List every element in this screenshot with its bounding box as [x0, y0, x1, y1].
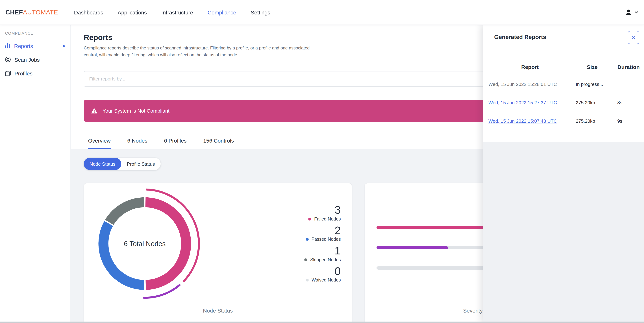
failed-dot-icon — [308, 218, 311, 220]
tab-controls[interactable]: 156 Controls — [203, 138, 234, 150]
report-date: Wed, 15 Jun 2022 15:28:01 UTC — [488, 82, 572, 87]
donut-total-label: 6 Total Nodes — [112, 240, 177, 248]
legend-waived[interactable]: 0 Waived Nodes — [286, 266, 341, 282]
tab-profiles[interactable]: 6 Profiles — [164, 138, 187, 150]
column-size: Size — [572, 64, 613, 70]
table-row: Wed, 15 Jun 2022 15:07:43 UTC 275.20kb 9… — [483, 112, 644, 130]
column-report: Report — [488, 64, 572, 70]
report-duration: 8s — [613, 100, 640, 106]
horizontal-scrollbar[interactable] — [0, 322, 644, 323]
page-description: Compliance reports describe the status o… — [84, 45, 316, 59]
legend-count: 2 — [286, 225, 341, 236]
sidebar-section-label: COMPLIANCE — [5, 31, 70, 35]
report-duration: 9s — [613, 118, 640, 124]
legend-failed[interactable]: 3 Failed Nodes — [286, 204, 341, 222]
warning-triangle-icon — [91, 108, 98, 114]
legend-count: 0 — [286, 266, 341, 277]
sidebar-item-profiles[interactable]: Profiles — [0, 66, 70, 80]
node-status-toggle[interactable]: Node Status — [84, 158, 121, 170]
profile-status-toggle[interactable]: Profile Status — [121, 158, 161, 170]
generated-reports-title: Generated Reports — [494, 34, 546, 40]
reports-table-body: Wed, 15 Jun 2022 15:28:01 UTC In progres… — [483, 75, 644, 130]
logo-chef-text: CHEF — [6, 8, 23, 16]
panel-divider — [483, 58, 644, 58]
legend-count: 1 — [286, 245, 341, 257]
main-nav: Dashboards Applications Infrastructure C… — [74, 9, 270, 15]
status-toggle: Node Status Profile Status — [84, 158, 161, 170]
severity-bar-major — [376, 246, 448, 250]
table-row: Wed, 15 Jun 2022 15:27:37 UTC 275.20kb 8… — [483, 94, 644, 112]
tab-overview[interactable]: Overview — [88, 138, 111, 150]
page-title: Reports — [84, 33, 112, 42]
table-row: Wed, 15 Jun 2022 15:28:01 UTC In progres… — [483, 75, 644, 94]
sidebar-item-label: Scan Jobs — [14, 56, 40, 62]
app-root: CHEFAUTOMATE Dashboards Applications Inf… — [0, 0, 644, 323]
nav-settings[interactable]: Settings — [251, 9, 270, 15]
report-size: 275.20kb — [572, 100, 613, 106]
logo-automate-text: AUTOMATE — [23, 8, 58, 16]
bar-chart-icon — [5, 43, 10, 48]
nav-applications[interactable]: Applications — [118, 9, 147, 15]
user-menu[interactable] — [624, 0, 638, 24]
reports-table-header: Report Size Duration — [483, 61, 644, 73]
report-download-link[interactable]: Wed, 15 Jun 2022 15:07:43 UTC — [488, 118, 557, 124]
legend-count: 3 — [286, 204, 341, 216]
tab-nodes[interactable]: 6 Nodes — [127, 138, 148, 150]
chevron-down-icon — [634, 11, 638, 14]
scan-target-icon — [5, 57, 11, 62]
sidebar-item-scan-jobs[interactable]: Scan Jobs — [0, 53, 70, 66]
passed-dot-icon — [306, 238, 308, 241]
user-avatar-icon — [624, 8, 632, 16]
close-panel-button[interactable]: ✕ — [628, 31, 639, 44]
nav-compliance[interactable]: Compliance — [208, 9, 236, 15]
generated-reports-panel: Generated Reports ✕ Report Size Duration… — [483, 24, 644, 323]
sidebar-item-reports[interactable]: Reports ▶ — [0, 39, 70, 53]
sidebar-item-label: Reports — [14, 43, 33, 49]
waived-dot-icon — [306, 278, 309, 282]
node-status-card: 6 Total Nodes 3 Failed Nodes 2 Passed No… — [84, 183, 352, 323]
chevron-right-icon: ▶ — [63, 44, 66, 48]
nav-infrastructure[interactable]: Infrastructure — [161, 9, 193, 15]
legend-label: Waived Nodes — [312, 278, 341, 282]
banner-text: Your System is Not Compliant — [102, 108, 170, 114]
legend-label: Passed Nodes — [311, 237, 341, 242]
node-status-legend: 3 Failed Nodes 2 Passed Nodes 1 — [286, 204, 341, 286]
close-icon: ✕ — [632, 35, 636, 40]
report-tabs: Overview 6 Nodes 6 Profiles 156 Controls — [88, 133, 234, 150]
card-divider — [92, 303, 344, 303]
legend-skipped[interactable]: 1 Skipped Nodes — [286, 245, 341, 262]
skipped-dot-icon — [304, 258, 307, 261]
top-navbar: CHEFAUTOMATE Dashboards Applications Inf… — [0, 0, 644, 24]
profiles-book-icon — [5, 70, 11, 76]
report-size: 275.20kb — [572, 118, 613, 124]
legend-label: Skipped Nodes — [310, 257, 341, 262]
sidebar-item-label: Profiles — [14, 70, 32, 76]
legend-passed[interactable]: 2 Passed Nodes — [286, 225, 341, 242]
nav-dashboards[interactable]: Dashboards — [74, 9, 103, 15]
compliance-sidebar: COMPLIANCE Reports ▶ Scan Jobs Profiles — [0, 24, 70, 323]
chef-automate-logo[interactable]: CHEFAUTOMATE — [6, 0, 58, 24]
legend-label: Failed Nodes — [314, 216, 341, 222]
column-duration: Duration — [613, 64, 640, 70]
node-status-card-title: Node Status — [84, 308, 352, 314]
report-size: In progress... — [572, 82, 613, 87]
report-download-link[interactable]: Wed, 15 Jun 2022 15:27:37 UTC — [488, 100, 557, 106]
